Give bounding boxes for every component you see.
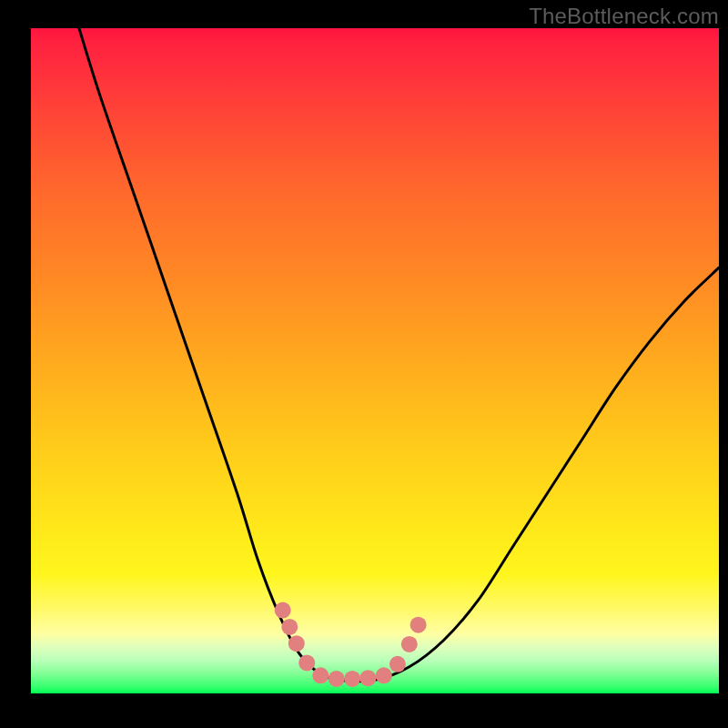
range-markers <box>275 602 427 687</box>
range-marker <box>376 667 392 683</box>
range-marker <box>288 635 305 652</box>
plot-area <box>31 28 719 693</box>
range-marker <box>275 602 291 619</box>
range-marker <box>359 670 376 686</box>
range-marker <box>298 654 315 671</box>
range-marker <box>344 671 360 687</box>
chart-frame: TheBottleneck.com <box>0 0 728 728</box>
watermark-text: TheBottleneck.com <box>529 4 719 29</box>
range-marker <box>401 636 418 652</box>
range-marker <box>410 617 427 633</box>
bottleneck-curve <box>79 28 719 682</box>
chart-svg <box>31 28 719 693</box>
range-marker <box>329 671 345 687</box>
range-marker <box>281 619 298 635</box>
range-marker <box>312 667 329 683</box>
range-marker <box>389 656 406 672</box>
